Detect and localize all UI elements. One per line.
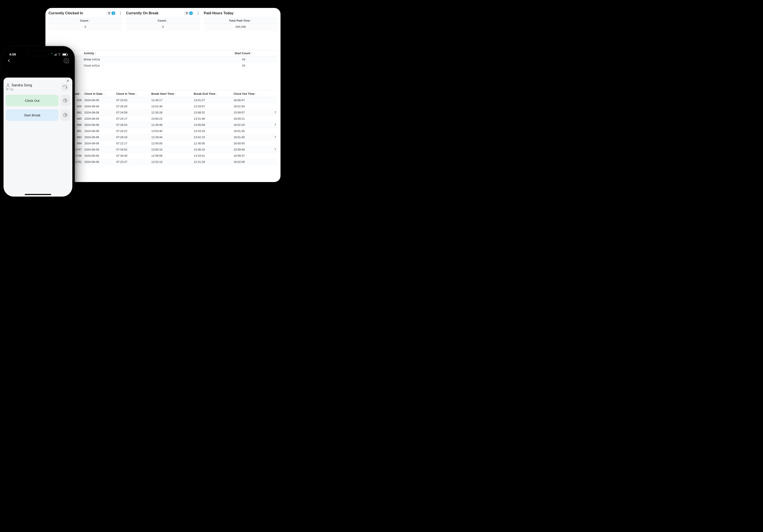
cellular-icon	[54, 53, 57, 56]
filter-count-badge: 1	[112, 12, 115, 15]
card-clocked-in: Currently Clocked In 1 Count 0	[49, 10, 122, 30]
sort-icon[interactable]	[135, 93, 137, 95]
cell-bend: 13:31:49	[192, 116, 232, 122]
section-title-partial: ry	[49, 85, 277, 89]
battery-icon	[62, 53, 67, 56]
cell-bstart: 12:30:28	[150, 110, 192, 116]
col-cout: Clock Out Time	[232, 91, 272, 97]
sort-icon[interactable]	[216, 93, 218, 95]
sort-icon[interactable]	[95, 52, 97, 55]
table-row[interactable]: 8822024-08-0907:24:5912:30:2813:08:3215:…	[49, 110, 277, 116]
clock-out-button[interactable]: Clock Out	[6, 95, 59, 106]
sort-icon[interactable]	[166, 20, 168, 22]
cell-bend: 12:31:29	[192, 159, 232, 165]
cell-cout: 16:01:40	[232, 134, 272, 140]
cell-bstart: 13:03:40	[150, 128, 192, 134]
back-button[interactable]	[7, 59, 11, 63]
cell-count: 43	[210, 56, 277, 62]
filter-button[interactable]: 1	[106, 11, 116, 15]
cell-cout: 16:00:00	[232, 140, 272, 146]
card-paid-hours: Paid Hours Today Total Paid Time 345.039	[204, 10, 277, 30]
table-row[interactable]: 8912024-08-0907:24:2213:03:4013:33:1616:…	[49, 128, 277, 134]
sort-icon[interactable]	[103, 93, 105, 95]
sort-icon[interactable]	[255, 93, 257, 95]
sort-icon[interactable]	[251, 52, 253, 55]
filter-count-badge: 1	[189, 12, 193, 15]
col-cin: Clock In Time	[115, 91, 150, 97]
cell-cin: 07:23:27	[115, 159, 150, 165]
cell-cin: 07:29:16	[115, 134, 150, 140]
cell-cout: 16:01:45	[232, 128, 272, 134]
cell-tail	[272, 97, 277, 103]
cell-bstart: 12:29:48	[150, 122, 192, 128]
cell-cout: 15:59:57	[232, 110, 272, 116]
col-total-paid: Total Paid Time	[204, 18, 277, 24]
cell-date: 2024-08-09	[83, 140, 115, 146]
more-menu-icon[interactable]	[196, 12, 200, 15]
cell-cout: 16:01:03	[232, 122, 272, 128]
sort-icon[interactable]	[251, 20, 252, 22]
tablet-device: Currently Clocked In 1 Count 0	[42, 4, 284, 186]
status-time: 4:09	[9, 52, 16, 56]
table-row[interactable]: 17512024-08-0907:23:2712:02:1012:31:2916…	[49, 159, 277, 165]
cell-date: 2024-08-09	[83, 146, 115, 153]
cell-date: 2024-08-09	[83, 159, 115, 165]
refresh-icon	[63, 85, 67, 89]
filter-button[interactable]: 1	[184, 11, 194, 15]
card-title: Currently Clocked In	[49, 11, 83, 15]
time-entries-table: workerinstanceid Clock In Date Clock In …	[49, 90, 277, 165]
cell-bend: 13:36:10	[192, 146, 232, 153]
cell-bstart: 13:01:40	[150, 103, 192, 110]
cell-tail: 7	[272, 146, 277, 153]
table-row[interactable]: 8852024-08-0907:24:1713:00:2213:31:4916:…	[49, 116, 277, 122]
user-header: Sandra Song 703	[6, 79, 70, 92]
cell-cout: 16:01:50	[232, 103, 272, 110]
clock-out-history-button[interactable]	[60, 95, 70, 106]
table-row[interactable]: 8942024-08-0907:22:1712:00:0012:30:0016:…	[49, 140, 277, 146]
cell-tail	[272, 116, 277, 122]
cell-cout: 16:00:47	[232, 97, 272, 103]
table-row[interactable]: 8282024-08-0907:23:0312:30:1713:01:2716:…	[49, 97, 277, 103]
table-row[interactable]: Break In/Out43	[49, 56, 277, 62]
table-row[interactable]: 8932024-08-0907:29:1612:29:4413:02:1516:…	[49, 134, 277, 140]
cell-bend: 13:02:15	[192, 134, 232, 140]
home-indicator	[25, 194, 51, 195]
table-row[interactable]: Clock In/Out43	[49, 62, 277, 69]
cell-cout: 16:00:21	[232, 116, 272, 122]
cell-bstart: 12:00:00	[150, 140, 192, 146]
sort-icon[interactable]	[175, 93, 176, 95]
dashboard: Currently Clocked In 1 Count 0	[46, 8, 280, 182]
col-bstart: Break Start Time	[150, 91, 192, 97]
phone-topbar	[4, 57, 72, 65]
cell-tail	[272, 159, 277, 165]
clocked-in-table: Count 0	[49, 18, 122, 30]
close-button[interactable]: ✕	[66, 79, 70, 83]
card-title: Currently On Break	[126, 11, 159, 15]
start-break-button[interactable]: Start Break	[6, 109, 59, 121]
sort-icon[interactable]	[89, 20, 91, 22]
filter-icon	[108, 12, 111, 15]
table-row[interactable]: 17472024-08-0907:34:5213:00:1013:36:1015…	[49, 146, 277, 153]
camera-flip-icon[interactable]	[64, 59, 69, 63]
cell-cin: 07:24:59	[115, 110, 150, 116]
summary-cards-row: Currently Clocked In 1 Count 0	[49, 10, 277, 30]
table-row[interactable]: 17492024-08-0907:34:4312:59:5613:33:4115…	[49, 153, 277, 159]
cell-tail	[272, 140, 277, 146]
table-row[interactable]: 8882024-08-0907:26:0312:29:4813:05:0916:…	[49, 122, 277, 128]
refresh-button[interactable]	[61, 83, 69, 91]
break-history-button[interactable]	[60, 109, 70, 121]
on-break-value: 0	[126, 24, 200, 30]
sort-icon[interactable]	[80, 93, 82, 95]
card-title: Paid Hours Today	[204, 11, 234, 15]
dynamic-island	[27, 51, 49, 56]
cell-tail: 7	[272, 122, 277, 128]
cell-cin: 07:23:03	[115, 97, 150, 103]
cell-bend: 13:01:27	[192, 97, 232, 103]
cell-date: 2024-08-09	[83, 97, 115, 103]
cell-tail	[272, 153, 277, 159]
clock-icon	[63, 113, 67, 117]
table-row[interactable]: 8302024-08-0907:29:2013:01:4013:33:5716:…	[49, 103, 277, 110]
cell-cout: 16:02:09	[232, 159, 272, 165]
more-menu-icon[interactable]	[119, 12, 122, 15]
cell-bstart: 12:29:44	[150, 134, 192, 140]
